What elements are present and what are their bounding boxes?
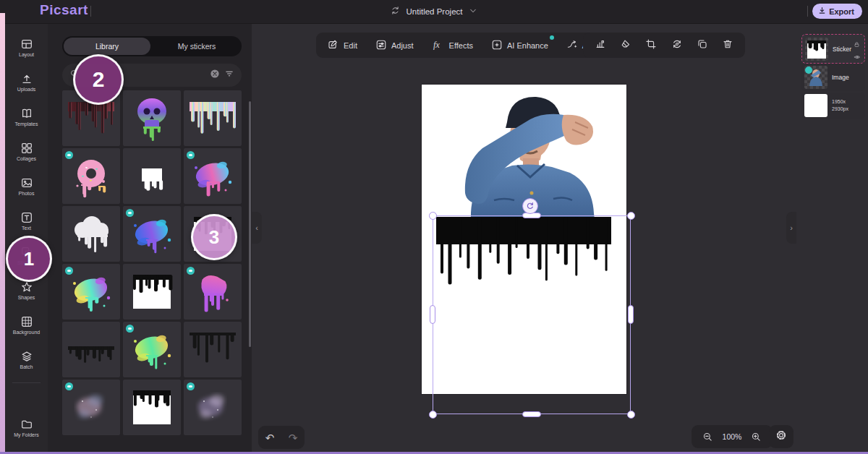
selection-handle-top-right[interactable] <box>627 212 635 220</box>
sidebar-item-label: Batch <box>20 364 33 369</box>
rotate-handle[interactable] <box>522 198 538 214</box>
toolbar-adjust-button[interactable]: Adjust <box>375 39 414 52</box>
sticker-thumbnail[interactable] <box>123 322 181 377</box>
sticker-thumbnail[interactable] <box>184 380 242 435</box>
new-feature-dot <box>550 35 554 40</box>
filter-icon[interactable] <box>224 69 234 82</box>
sticker-thumbnail[interactable] <box>184 90 242 146</box>
tab-library[interactable]: Library <box>64 38 150 55</box>
project-title-group[interactable]: Untitled Project <box>0 0 868 23</box>
sidebar-item-label: Background <box>13 330 40 335</box>
eraser-icon <box>620 38 631 53</box>
sidebar-item-text[interactable]: Text <box>5 203 48 238</box>
premium-badge-icon <box>65 151 73 159</box>
clear-search-icon[interactable] <box>210 69 220 82</box>
background-icon <box>20 315 33 328</box>
zoom-out-icon[interactable] <box>699 427 718 446</box>
sticker-thumbnail[interactable] <box>62 380 120 435</box>
sticker-thumbnail[interactable] <box>123 90 181 146</box>
delete-button[interactable] <box>718 36 737 55</box>
zoom-in-icon[interactable] <box>746 427 765 446</box>
export-button[interactable]: Export <box>812 4 862 19</box>
sidebar-item-photos[interactable]: Photos <box>5 168 48 203</box>
batch-icon <box>20 350 33 363</box>
sidebar-item-collages[interactable]: Collages <box>5 134 48 168</box>
eraser-button[interactable] <box>616 36 635 55</box>
tab-my-stickers[interactable]: My stickers <box>153 38 240 55</box>
layer-label: Sticker <box>833 46 851 53</box>
premium-badge-icon <box>187 382 195 390</box>
sidebar-item-background[interactable]: Background <box>5 307 48 342</box>
sidebar-item-layout[interactable]: Layout <box>5 30 48 64</box>
sticker-thumbnail[interactable] <box>62 322 120 377</box>
text-icon <box>20 211 33 224</box>
crop-icon <box>645 38 657 53</box>
sidebar-item-templates[interactable]: Templates <box>5 99 48 134</box>
layer-row-canvas[interactable]: 1950x2930px <box>801 93 865 119</box>
toolbar-button-label: Adjust <box>391 41 414 50</box>
layer-thumbnail <box>805 38 828 61</box>
sidebar-item-uploads[interactable]: Uploads <box>5 64 48 99</box>
layer-row-sticker[interactable]: Sticker <box>801 34 865 64</box>
lock-icon[interactable] <box>854 38 861 51</box>
shapes-icon <box>20 280 33 294</box>
sidebar-item-label: Shapes <box>18 295 35 300</box>
toolbar-edit-button[interactable]: Edit <box>328 39 357 52</box>
eye-icon[interactable] <box>854 51 861 64</box>
toolbar-effects-button[interactable]: fx Effects <box>432 39 473 52</box>
premium-badge-icon <box>187 267 195 275</box>
sticker-thumbnail[interactable] <box>123 206 181 262</box>
animation-icon <box>566 39 578 52</box>
layer-row-image[interactable]: Image <box>801 64 865 91</box>
toolbar-button-label: Edit <box>344 41 357 50</box>
layer-label: Image <box>832 74 849 81</box>
sidebar-item-label: My Folders <box>14 432 39 437</box>
tutorial-border-left <box>0 13 5 454</box>
crop-button[interactable] <box>642 36 660 55</box>
rotate-button[interactable] <box>668 36 686 55</box>
selection-handle-bottom-left[interactable] <box>429 411 437 419</box>
sticker-thumbnail[interactable] <box>123 264 181 320</box>
sidebar-item-my-folders[interactable]: My Folders <box>5 410 48 445</box>
undo-icon[interactable]: ↶ <box>265 432 275 443</box>
sticker-thumbnail[interactable] <box>184 322 242 377</box>
panel-scrollbar[interactable] <box>249 101 251 347</box>
sidebar-item-label: Uploads <box>17 87 36 92</box>
sidebar-item-batch[interactable]: Batch <box>5 342 48 377</box>
settings-button[interactable] <box>769 425 793 448</box>
premium-badge-icon <box>805 67 812 74</box>
export-label: Export <box>829 7 854 16</box>
position-button[interactable] <box>591 36 610 55</box>
redo-icon[interactable]: ↷ <box>289 432 298 443</box>
chevron-down-icon[interactable] <box>469 5 477 18</box>
duplicate-button[interactable] <box>693 36 712 55</box>
collapse-panel-button[interactable]: ‹ <box>252 212 262 244</box>
sticker-thumbnail[interactable] <box>123 148 181 204</box>
selection-handle-right[interactable] <box>628 305 634 324</box>
topbar-divider <box>807 6 808 17</box>
sticker-thumbnail[interactable] <box>62 264 120 320</box>
selection-handle-bottom[interactable] <box>522 411 541 417</box>
expand-panel-button[interactable]: › <box>786 212 796 244</box>
sticker-thumbnail[interactable] <box>184 264 242 320</box>
ai-enhance-icon <box>491 39 503 52</box>
position-icon <box>595 38 606 53</box>
premium-badge-icon <box>126 325 134 333</box>
sticker-thumbnail[interactable] <box>62 206 120 262</box>
zoom-level[interactable]: 100% <box>723 432 742 441</box>
selection-handle-top-left[interactable] <box>429 212 437 220</box>
toolbar-button-label: Effects <box>449 41 473 50</box>
tutorial-step-2-badge: 2 <box>73 54 124 105</box>
sticker-thumbnail[interactable] <box>123 380 181 435</box>
sticker-thumbnail[interactable] <box>184 148 242 204</box>
sidebar-item-label: Text <box>22 226 31 231</box>
selection-handle-left[interactable] <box>430 305 435 324</box>
svg-text:fx: fx <box>433 40 439 50</box>
sticker-thumbnail[interactable] <box>62 148 120 204</box>
selection-handle-bottom-right[interactable] <box>627 411 635 419</box>
project-name: Untitled Project <box>407 7 463 16</box>
selection-box[interactable] <box>433 215 631 414</box>
sidebar-item-label: Templates <box>15 121 38 127</box>
history-controls: ↶ ↷ <box>258 426 305 449</box>
toolbar-ai-enhance-button[interactable]: AI Enhance <box>491 39 548 52</box>
